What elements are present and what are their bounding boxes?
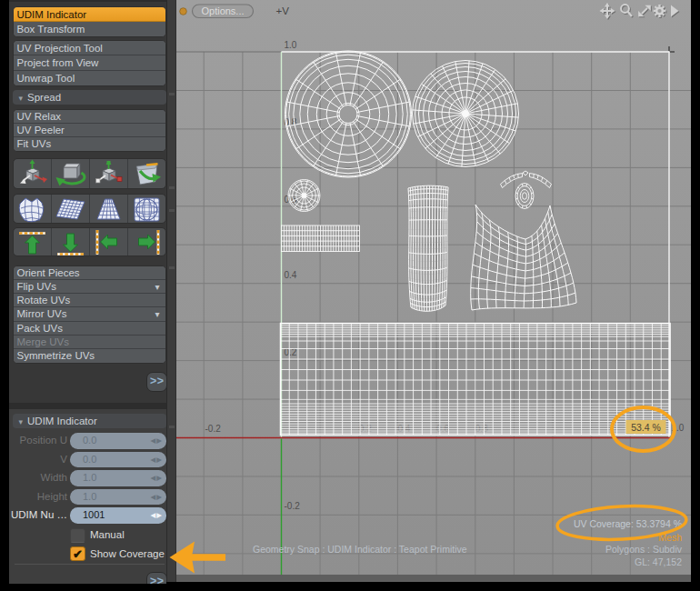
svg-text:Options...: Options... xyxy=(201,5,244,16)
svg-text:UV Coverage: 53.3794 %: UV Coverage: 53.3794 % xyxy=(574,518,682,529)
svg-text:-0.2: -0.2 xyxy=(285,501,301,511)
svg-text:+V: +V xyxy=(276,5,290,16)
svg-text:GL: 47,152: GL: 47,152 xyxy=(635,556,682,567)
svg-text:Geometry Snap : UDIM Indicator: Geometry Snap : UDIM Indicator : Teapot … xyxy=(253,544,467,555)
svg-text:1.0: 1.0 xyxy=(285,40,297,50)
svg-text:-0.2: -0.2 xyxy=(205,424,222,434)
svg-text:53.4 %: 53.4 % xyxy=(631,422,661,433)
svg-text:0.4: 0.4 xyxy=(285,270,297,280)
svg-text:Polygons : Subdiv: Polygons : Subdiv xyxy=(605,544,683,555)
